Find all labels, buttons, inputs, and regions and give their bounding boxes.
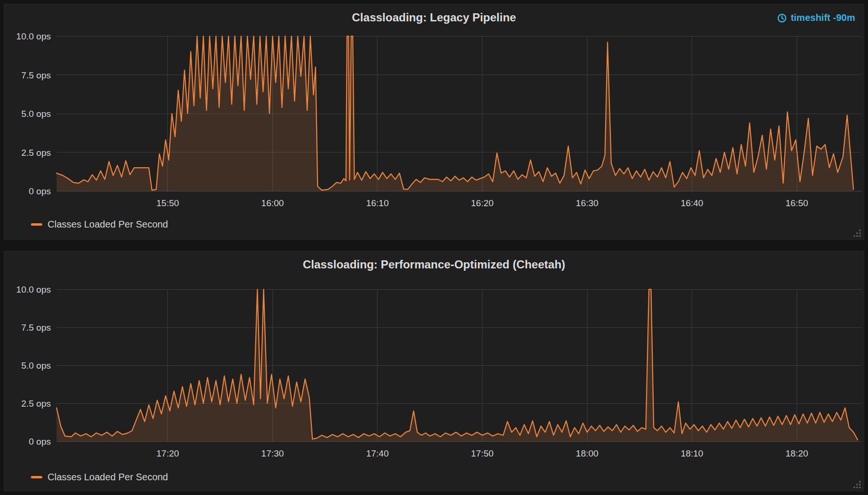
svg-text:2.5 ops: 2.5 ops	[21, 148, 51, 158]
panel-resize-handle[interactable]	[853, 480, 861, 489]
svg-text:16:30: 16:30	[576, 198, 598, 208]
grafana-dashboard: Classloading: Legacy Pipeline timeshift …	[0, 0, 868, 495]
svg-text:7.5 ops: 7.5 ops	[21, 70, 51, 80]
svg-text:10.0 ops: 10.0 ops	[16, 285, 51, 295]
svg-text:7.5 ops: 7.5 ops	[21, 323, 51, 333]
svg-text:5.0 ops: 5.0 ops	[21, 109, 51, 119]
svg-text:17:30: 17:30	[261, 448, 284, 458]
svg-text:10.0 ops: 10.0 ops	[16, 31, 51, 41]
legacy-pipeline-chart[interactable]: 0 ops2.5 ops5.0 ops7.5 ops10.0 ops15:501…	[4, 4, 865, 239]
svg-text:18:00: 18:00	[576, 448, 598, 458]
svg-text:18:20: 18:20	[785, 448, 808, 458]
timeshift-badge: timeshift -90m	[777, 12, 855, 23]
legend-series-label: Classes Loaded Per Second	[48, 219, 168, 230]
timeshift-label: timeshift -90m	[791, 12, 855, 23]
svg-text:16:50: 16:50	[785, 198, 808, 208]
legend-item-classes-loaded[interactable]: Classes Loaded Per Second	[31, 219, 168, 230]
svg-text:16:10: 16:10	[366, 198, 389, 208]
svg-text:16:00: 16:00	[261, 198, 284, 208]
panel-classloading-legacy: Classloading: Legacy Pipeline timeshift …	[4, 4, 864, 240]
legend: Classes Loaded Per Second	[31, 472, 168, 483]
legend-series-swatch	[31, 223, 42, 226]
svg-text:17:50: 17:50	[471, 448, 494, 458]
svg-text:2.5 ops: 2.5 ops	[21, 399, 51, 409]
panel-resize-handle[interactable]	[853, 229, 861, 238]
panel-classloading-cheetah: Classloading: Performance-Optimized (Che…	[4, 251, 864, 491]
svg-text:17:20: 17:20	[156, 448, 179, 458]
svg-text:17:40: 17:40	[366, 448, 389, 458]
panel-title[interactable]: Classloading: Legacy Pipeline	[4, 11, 864, 24]
legend-series-swatch	[31, 476, 42, 478]
svg-text:0 ops: 0 ops	[29, 186, 51, 196]
svg-text:16:20: 16:20	[471, 198, 494, 208]
svg-text:0 ops: 0 ops	[29, 437, 51, 447]
svg-text:16:40: 16:40	[681, 198, 704, 208]
legend-item-classes-loaded[interactable]: Classes Loaded Per Second	[31, 472, 168, 483]
svg-text:15:50: 15:50	[156, 198, 179, 208]
legend: Classes Loaded Per Second	[31, 219, 168, 230]
svg-text:18:10: 18:10	[681, 448, 704, 458]
panel-title[interactable]: Classloading: Performance-Optimized (Che…	[4, 258, 864, 271]
cheetah-chart[interactable]: 0 ops2.5 ops5.0 ops7.5 ops10.0 ops17:201…	[4, 251, 865, 491]
svg-text:5.0 ops: 5.0 ops	[21, 361, 51, 371]
clock-icon	[777, 13, 787, 23]
legend-series-label: Classes Loaded Per Second	[48, 472, 168, 483]
